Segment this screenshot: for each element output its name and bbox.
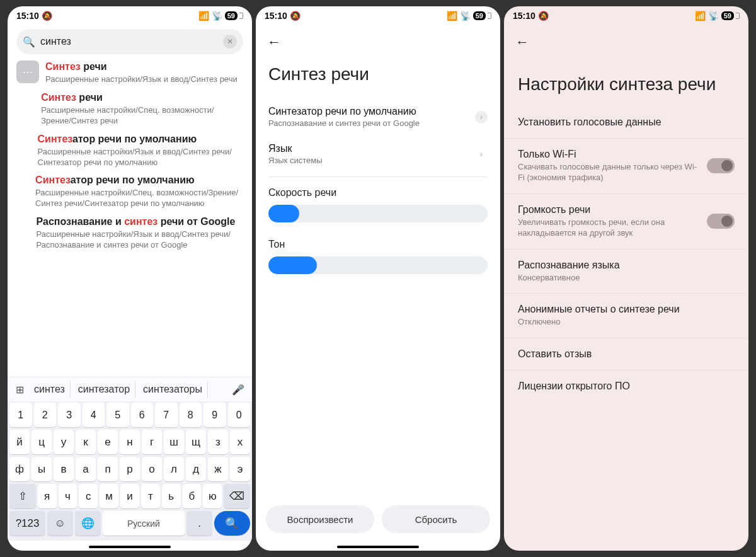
reset-button[interactable]: Сбросить: [382, 505, 490, 533]
clock: 15:10: [513, 11, 536, 21]
key-6[interactable]: 6: [131, 403, 154, 427]
key-у[interactable]: у: [54, 430, 74, 454]
search-key[interactable]: 🔍: [214, 511, 250, 536]
status-bar: 15:10 🔕 📶 📡 59: [504, 6, 748, 25]
apps-grid-icon[interactable]: ⊞: [13, 382, 26, 396]
key-ч[interactable]: ч: [59, 484, 77, 508]
key-з[interactable]: з: [208, 430, 228, 454]
key-ь[interactable]: ь: [162, 484, 181, 508]
setting-speech-volume[interactable]: Громкость речи Увеличивать громкость реч…: [504, 194, 748, 250]
setting-licenses[interactable]: Лицензии открытого ПО: [504, 370, 748, 402]
period-key[interactable]: .: [186, 511, 212, 536]
key-ю[interactable]: ю: [203, 484, 222, 508]
clear-icon[interactable]: ✕: [223, 35, 237, 49]
slider-fill: [268, 205, 299, 222]
key-ф[interactable]: ф: [9, 457, 30, 481]
key-9[interactable]: 9: [203, 403, 226, 427]
key-о[interactable]: о: [142, 457, 162, 481]
signal-icon: 📶: [198, 11, 209, 21]
key-2[interactable]: 2: [34, 403, 57, 427]
key-4[interactable]: 4: [83, 403, 105, 427]
search-result[interactable]: Распознавание и синтез речи от Google Ра…: [16, 215, 243, 251]
search-results: ⋯ Синтез речи Расширенные настройки/Язык…: [8, 58, 252, 377]
signal-icon: 📶: [695, 11, 706, 21]
key-м[interactable]: м: [100, 484, 118, 508]
suggestion[interactable]: синтезаторы: [138, 381, 208, 398]
backspace-key[interactable]: ⌫: [224, 484, 250, 508]
key-ц[interactable]: ц: [32, 430, 52, 454]
search-result[interactable]: Синтезатор речи по умолчанию Расширенные…: [16, 174, 243, 209]
chat-icon: ⋯: [16, 60, 39, 83]
shift-key[interactable]: ⇧: [9, 484, 36, 508]
battery-icon: [239, 13, 243, 19]
key-й[interactable]: й: [9, 430, 30, 454]
setting-install-voices[interactable]: Установить голосовые данные: [504, 106, 748, 139]
nav-handle[interactable]: [337, 546, 419, 548]
key-т[interactable]: т: [141, 484, 160, 508]
keyboard-suggestions: ⊞ синтез синтезатор синтезаторы 🎤: [8, 377, 252, 401]
volume-boost-toggle[interactable]: [707, 214, 735, 229]
search-result[interactable]: Синтезатор речи по умолчанию Расширенные…: [16, 133, 243, 168]
key-с[interactable]: с: [79, 484, 98, 508]
key-ш[interactable]: ш: [164, 430, 184, 454]
key-д[interactable]: д: [186, 457, 206, 481]
battery-icon: [736, 13, 740, 19]
setting-anonymous-reports[interactable]: Анонимные отчеты о синтезе речи Отключен…: [504, 294, 748, 338]
setting-default-engine[interactable]: Синтезатор речи по умолчанию Распознаван…: [256, 98, 500, 135]
key-п[interactable]: п: [98, 457, 118, 481]
key-н[interactable]: н: [120, 430, 140, 454]
setting-wifi-only[interactable]: Только Wi-Fi Скачивать голосовые данные …: [504, 139, 748, 194]
emoji-key[interactable]: ☺: [47, 511, 73, 536]
mode-key[interactable]: ?123: [9, 511, 45, 536]
key-е[interactable]: е: [98, 430, 118, 454]
search-result[interactable]: Синтез речи Расширенные настройки/Спец. …: [16, 91, 243, 127]
status-bar: 15:10 🔕 📶 📡 59: [8, 6, 252, 25]
battery-icon: [488, 13, 491, 19]
key-3[interactable]: 3: [58, 403, 81, 427]
key-а[interactable]: а: [76, 457, 96, 481]
setting-language[interactable]: Язык Язык системы ›: [256, 135, 500, 173]
key-л[interactable]: л: [164, 457, 184, 481]
pitch-slider[interactable]: [268, 256, 488, 274]
key-1[interactable]: 1: [9, 403, 32, 427]
play-button[interactable]: Воспроизвести: [266, 505, 374, 533]
suggestion[interactable]: синтезатор: [73, 381, 135, 398]
key-к[interactable]: к: [76, 430, 96, 454]
search-result[interactable]: ⋯ Синтез речи Расширенные настройки/Язык…: [16, 60, 243, 85]
key-я[interactable]: я: [38, 484, 57, 508]
setting-feedback[interactable]: Оставить отзыв: [504, 338, 748, 370]
phone-search: 15:10 🔕 📶 📡 59 🔍 синтез ✕ ⋯ Синтез речи …: [8, 6, 252, 551]
key-р[interactable]: р: [120, 457, 140, 481]
search-input-value[interactable]: синтез: [40, 36, 218, 47]
key-х[interactable]: х: [230, 430, 250, 454]
wifi-icon: 📡: [708, 11, 719, 21]
key-7[interactable]: 7: [155, 403, 178, 427]
status-bar: 15:10 🔕 📶 📡 59: [256, 6, 500, 25]
back-button[interactable]: ←: [256, 25, 500, 54]
divider: [268, 176, 488, 177]
nav-handle[interactable]: [89, 546, 171, 548]
globe-key[interactable]: 🌐: [75, 511, 101, 536]
setting-language-detection[interactable]: Распознавание языка Консервативное: [504, 250, 748, 294]
search-field[interactable]: 🔍 синтез ✕: [16, 29, 243, 54]
page-title: Настройки синтеза речи: [504, 54, 748, 106]
wifi-only-toggle[interactable]: [707, 158, 735, 173]
space-key[interactable]: Русский: [103, 511, 185, 536]
suggestion[interactable]: синтез: [29, 381, 71, 398]
key-ы[interactable]: ы: [32, 457, 52, 481]
battery-level: 59: [473, 11, 486, 20]
key-и[interactable]: и: [120, 484, 139, 508]
speech-rate-slider[interactable]: [268, 205, 488, 222]
key-э[interactable]: э: [230, 457, 250, 481]
back-button[interactable]: ←: [504, 25, 748, 54]
key-5[interactable]: 5: [106, 403, 129, 427]
key-б[interactable]: б: [183, 484, 202, 508]
key-8[interactable]: 8: [180, 403, 202, 427]
clock: 15:10: [16, 11, 39, 21]
key-г[interactable]: г: [142, 430, 162, 454]
key-ж[interactable]: ж: [208, 457, 228, 481]
key-в[interactable]: в: [54, 457, 74, 481]
key-щ[interactable]: щ: [186, 430, 206, 454]
key-0[interactable]: 0: [228, 403, 251, 427]
mic-icon[interactable]: 🎤: [229, 384, 247, 396]
